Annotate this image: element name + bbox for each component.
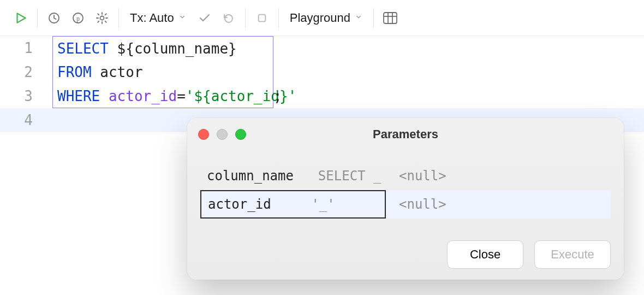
run-button[interactable] bbox=[9, 6, 33, 30]
zoom-window-icon[interactable] bbox=[235, 129, 246, 140]
toolbar-divider bbox=[118, 8, 119, 28]
parameters-table: column_name SELECT _ <null> actor_id '_'… bbox=[200, 162, 611, 219]
line-number: 2 bbox=[0, 64, 52, 80]
execute-button[interactable]: Execute bbox=[534, 240, 611, 269]
settings-icon[interactable] bbox=[90, 6, 114, 30]
chevron-down-icon bbox=[178, 13, 186, 23]
toolbar-divider bbox=[245, 8, 246, 28]
parameters-dialog: Parameters column_name SELECT _ <null> a… bbox=[187, 118, 624, 280]
svg-rect-5 bbox=[384, 13, 397, 23]
rollback-button[interactable] bbox=[217, 6, 241, 30]
output-table-icon[interactable] bbox=[378, 6, 402, 30]
code-text bbox=[52, 108, 61, 132]
line-number: 4 bbox=[0, 112, 52, 128]
parameter-value-cell[interactable]: <null> bbox=[386, 168, 611, 184]
line-number: 3 bbox=[0, 88, 52, 104]
code-text: FROM actor bbox=[52, 60, 273, 84]
chevron-down-icon bbox=[355, 13, 362, 23]
dialog-titlebar: Parameters bbox=[187, 118, 624, 151]
parameter-row[interactable]: column_name SELECT _ <null> bbox=[200, 162, 611, 190]
toolbar: p Tx: Auto Playground bbox=[0, 0, 644, 36]
parameter-name-cell: actor_id '_' bbox=[200, 190, 386, 219]
parameter-row[interactable]: actor_id '_' <null> bbox=[200, 190, 611, 219]
close-button[interactable]: Close bbox=[447, 240, 523, 269]
svg-point-3 bbox=[100, 16, 104, 20]
minimize-window-icon bbox=[217, 129, 228, 140]
line-number: 1 bbox=[0, 40, 52, 56]
tx-mode-dropdown[interactable]: Tx: Auto bbox=[123, 11, 193, 25]
toolbar-divider bbox=[278, 8, 279, 28]
toolbar-divider bbox=[37, 8, 38, 28]
commit-button[interactable] bbox=[193, 6, 217, 30]
tx-mode-label: Tx: Auto bbox=[130, 11, 174, 25]
parameter-value-cell[interactable]: <null> bbox=[386, 197, 611, 212]
stop-button[interactable] bbox=[250, 6, 274, 30]
history-icon[interactable] bbox=[42, 6, 66, 30]
session-dropdown[interactable]: Playground bbox=[283, 11, 369, 25]
dialog-button-bar: Close Execute bbox=[200, 240, 611, 269]
close-window-icon[interactable] bbox=[198, 129, 209, 140]
plan-icon[interactable]: p bbox=[66, 6, 90, 30]
window-controls bbox=[198, 129, 246, 140]
editor-line: 3 WHERE actor_id='${actor_id}' ; bbox=[0, 84, 644, 108]
code-text: SELECT ${column_name} bbox=[52, 36, 273, 60]
editor-line: 2 FROM actor bbox=[0, 60, 644, 84]
svg-text:p: p bbox=[76, 14, 80, 22]
parameter-name-cell: column_name SELECT _ bbox=[200, 162, 386, 190]
svg-rect-4 bbox=[258, 14, 265, 21]
code-text: WHERE actor_id='${actor_id}' bbox=[52, 84, 273, 108]
editor-line: 1 SELECT ${column_name} bbox=[0, 36, 644, 60]
dialog-title: Parameters bbox=[187, 127, 624, 141]
session-label: Playground bbox=[290, 11, 350, 25]
code-text: ; bbox=[273, 84, 287, 108]
toolbar-divider bbox=[373, 8, 374, 28]
